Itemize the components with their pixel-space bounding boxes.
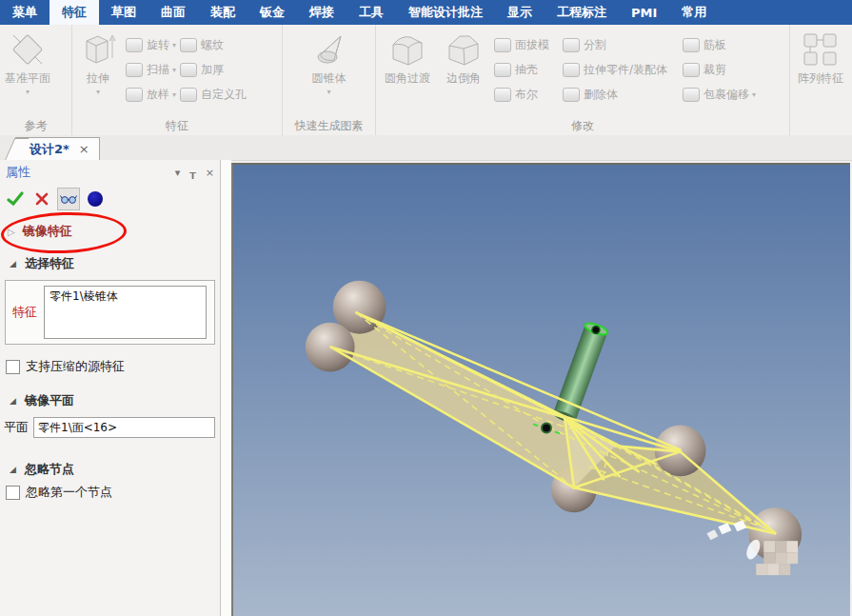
- plane-field-row: 平面: [4, 417, 215, 438]
- panel-toolbar: [0, 185, 220, 213]
- section-mirror-plane[interactable]: ◢ 镜像平面: [0, 390, 220, 411]
- 3d-viewport[interactable]: [231, 163, 850, 616]
- panel-splitter[interactable]: [221, 160, 231, 616]
- tab-display[interactable]: 显示: [495, 0, 545, 25]
- cone-button[interactable]: 圆锥体 ▾: [307, 27, 352, 120]
- plane-input[interactable]: [33, 417, 215, 438]
- boolean-icon: [494, 88, 511, 102]
- document-close-icon[interactable]: ×: [79, 142, 89, 156]
- wrap-offset-caret-icon: ▾: [752, 90, 756, 99]
- extrude-button[interactable]: 拉伸 ▾: [74, 27, 122, 120]
- mirror-feature-header[interactable]: ▷ 镜像特征: [0, 217, 220, 246]
- stretch-part-button[interactable]: 拉伸零件/装配体: [563, 59, 667, 80]
- pattern-feature-button[interactable]: 阵列特征: [795, 27, 846, 120]
- delete-body-button[interactable]: 删除体: [563, 84, 667, 105]
- tab-smart-annotation[interactable]: 智能设计批注: [396, 0, 495, 25]
- rib-button[interactable]: 筋板: [683, 34, 756, 55]
- sweep-icon: [126, 63, 143, 77]
- tab-sheet-metal[interactable]: 钣金: [248, 0, 297, 25]
- thicken-icon: [180, 63, 197, 77]
- revolve-caret-icon: ▾: [172, 41, 176, 50]
- check-icon: [7, 191, 24, 207]
- thicken-button[interactable]: 加厚: [180, 59, 247, 80]
- tab-engineering-dimension[interactable]: 工程标注: [545, 0, 619, 25]
- collapsed-expander-icon[interactable]: ▷: [8, 227, 15, 237]
- tab-pmi[interactable]: PMI: [619, 0, 669, 25]
- split-icon: [563, 38, 580, 52]
- 3d-scene: [233, 165, 850, 616]
- tab-menu[interactable]: 菜单: [0, 0, 50, 25]
- ribbon: 基准平面 ▾ 参考 拉伸 ▾ 旋转▾ 扫描▾ 放样▾: [0, 25, 852, 136]
- delete-body-icon: [563, 88, 580, 102]
- panel-title-bar: 属性 ▾ ┰ ×: [0, 160, 220, 185]
- checkbox-compress-source-row: 支持压缩的源特征: [6, 358, 220, 375]
- wrap-offset-button[interactable]: 包裹偏移▾: [683, 84, 756, 105]
- ribbon-group-pattern: 阵列特征: [790, 25, 851, 135]
- cone-caret-icon: ▾: [327, 89, 330, 96]
- mirror-feature-label: 镜像特征: [23, 223, 72, 240]
- workspace: 属性 ▾ ┰ × ▷ 镜像特征: [0, 160, 852, 616]
- wrap-offset-icon: [683, 88, 700, 102]
- expanded-marker-icon: ◢: [10, 465, 16, 474]
- document-tab-label: 设计2*: [30, 141, 69, 158]
- loft-button[interactable]: 放样▾: [126, 84, 176, 105]
- confirm-button[interactable]: [4, 188, 27, 210]
- thread-icon: [180, 38, 197, 52]
- tab-assembly[interactable]: 装配: [198, 0, 248, 25]
- feature-list-item[interactable]: 零件1\棱锥体: [45, 287, 206, 307]
- preview-button[interactable]: [57, 188, 80, 210]
- document-tab-bar: 设计2* ×: [0, 135, 852, 161]
- cancel-button[interactable]: [30, 188, 53, 210]
- face-draft-icon: [494, 38, 511, 52]
- tab-tools[interactable]: 工具: [347, 0, 396, 25]
- chamfer-button[interactable]: 边倒角: [437, 27, 490, 120]
- ribbon-group-quick-primitives: 圆锥体 ▾ 快速生成图素: [283, 25, 376, 135]
- extrude-caret-icon: ▾: [96, 89, 100, 96]
- cone-icon: [309, 29, 349, 70]
- modify-small-col-1: 面拔模 抽壳 布尔: [494, 27, 549, 116]
- feature-list[interactable]: 零件1\棱锥体: [44, 286, 207, 339]
- glasses-icon: [60, 192, 77, 206]
- group-label-reference: 参考: [0, 118, 71, 134]
- cone-label: 圆锥体: [312, 70, 347, 87]
- expanded-marker-icon: ◢: [10, 396, 16, 406]
- panel-pin-icon[interactable]: ┰: [189, 167, 196, 179]
- ribbon-group-feature: 拉伸 ▾ 旋转▾ 扫描▾ 放样▾ 螺纹 加厚 自定义孔 特征: [72, 25, 283, 135]
- tab-sketch[interactable]: 草图: [99, 0, 149, 25]
- panel-close-icon[interactable]: ×: [206, 167, 214, 179]
- tab-feature[interactable]: 特征: [50, 0, 99, 25]
- section-select-feature[interactable]: ◢ 选择特征: [0, 253, 220, 274]
- document-tab[interactable]: 设计2* ×: [15, 137, 100, 160]
- pattern-feature-icon: [801, 29, 841, 70]
- ignore-first-node-checkbox[interactable]: [6, 486, 20, 500]
- fillet-button[interactable]: 圆角过渡: [378, 27, 437, 120]
- trim-button[interactable]: 裁剪: [683, 59, 756, 80]
- custom-hole-button[interactable]: 自定义孔: [180, 84, 247, 105]
- checkbox-ignore-first-row: 忽略第一个节点: [6, 484, 220, 501]
- sweep-button[interactable]: 扫描▾: [126, 59, 176, 80]
- color-button[interactable]: [84, 188, 107, 210]
- chamfer-icon: [444, 29, 484, 70]
- tab-common[interactable]: 常用: [669, 0, 719, 25]
- tab-surface[interactable]: 曲面: [149, 0, 198, 25]
- group-label-modify: 修改: [376, 118, 789, 134]
- shell-button[interactable]: 抽壳: [494, 59, 549, 80]
- section-ignore-nodes[interactable]: ◢ 忽略节点: [0, 459, 220, 480]
- datum-plane-label: 基准平面: [5, 70, 50, 87]
- thread-button[interactable]: 螺纹: [180, 34, 247, 55]
- boolean-button[interactable]: 布尔: [494, 84, 549, 105]
- datum-plane-button[interactable]: 基准平面 ▾: [2, 27, 53, 120]
- rib-icon: [683, 38, 700, 52]
- compress-source-checkbox[interactable]: [6, 360, 20, 374]
- plane-field-label: 平面: [4, 419, 29, 436]
- panel-menu-icon[interactable]: ▾: [175, 167, 181, 179]
- expanded-marker-icon: ◢: [10, 259, 16, 268]
- revolve-button[interactable]: 旋转▾: [126, 34, 176, 55]
- modify-small-col-3: 筋板 裁剪 包裹偏移▾: [683, 27, 756, 116]
- fillet-label: 圆角过渡: [385, 70, 430, 87]
- split-button[interactable]: 分割: [563, 34, 667, 55]
- tab-weld[interactable]: 焊接: [297, 0, 347, 25]
- face-draft-button[interactable]: 面拔模: [494, 34, 549, 55]
- modify-small-col-2: 分割 拉伸零件/装配体 删除体: [563, 27, 667, 116]
- loft-icon: [126, 88, 143, 102]
